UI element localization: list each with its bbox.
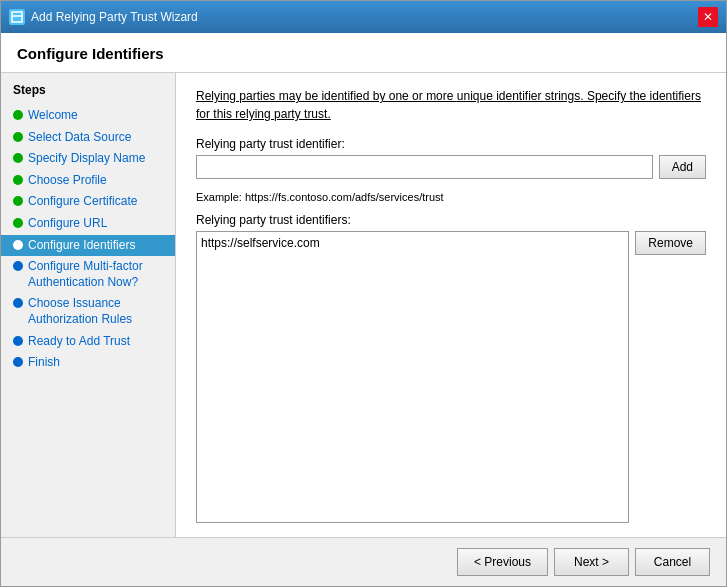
sidebar-item-label-specify-display-name: Specify Display Name [28, 151, 145, 167]
add-button[interactable]: Add [659, 155, 706, 179]
identifiers-area-row: https://selfservice.com Remove [196, 231, 706, 523]
next-button[interactable]: Next > [554, 548, 629, 576]
window-title: Add Relying Party Trust Wizard [31, 10, 198, 24]
remove-button[interactable]: Remove [635, 231, 706, 255]
step-dot-configure-certificate [13, 196, 23, 206]
intro-text-part1: Relying parties may be identified by one… [196, 89, 457, 103]
footer: < Previous Next > Cancel [1, 537, 726, 586]
title-bar-left: Add Relying Party Trust Wizard [9, 9, 198, 25]
step-dot-select-data-source [13, 132, 23, 142]
page-heading: Configure Identifiers [17, 45, 710, 62]
wizard-window: Add Relying Party Trust Wizard ✕ Configu… [0, 0, 727, 587]
identifiers-list: https://selfservice.com [196, 231, 629, 523]
svg-rect-0 [12, 12, 22, 22]
sidebar-item-configure-url[interactable]: Configure URL [1, 213, 175, 235]
sidebar-item-configure-identifiers[interactable]: Configure Identifiers [1, 235, 175, 257]
title-bar: Add Relying Party Trust Wizard ✕ [1, 1, 726, 33]
app-icon [9, 9, 25, 25]
steps-label: Steps [1, 83, 175, 105]
sidebar-item-configure-multifactor[interactable]: Configure Multi-factor Authentication No… [1, 256, 175, 293]
sidebar-item-label-ready-to-add: Ready to Add Trust [28, 334, 130, 350]
identifiers-label: Relying party trust identifiers: [196, 213, 706, 227]
content-area: Steps Welcome Select Data Source Specify… [1, 73, 726, 537]
sidebar-item-select-data-source[interactable]: Select Data Source [1, 127, 175, 149]
previous-button[interactable]: < Previous [457, 548, 548, 576]
identifiers-value: https://selfservice.com [201, 236, 320, 250]
sidebar-item-label-configure-certificate: Configure Certificate [28, 194, 137, 210]
sidebar-item-ready-to-add[interactable]: Ready to Add Trust [1, 331, 175, 353]
step-dot-specify-display-name [13, 153, 23, 163]
sidebar-item-finish[interactable]: Finish [1, 352, 175, 374]
identifier-input-section: Relying party trust identifier: Add [196, 137, 706, 179]
step-dot-finish [13, 357, 23, 367]
identifier-input-row: Add [196, 155, 706, 179]
sidebar-item-choose-issuance[interactable]: Choose Issuance Authorization Rules [1, 293, 175, 330]
step-dot-configure-multifactor [13, 261, 23, 271]
step-dot-choose-profile [13, 175, 23, 185]
main-panel: Relying parties may be identified by one… [176, 73, 726, 537]
sidebar-item-configure-certificate[interactable]: Configure Certificate [1, 191, 175, 213]
step-dot-ready-to-add [13, 336, 23, 346]
identifier-input[interactable] [196, 155, 653, 179]
intro-text: Relying parties may be identified by one… [196, 87, 706, 123]
sidebar-item-label-choose-profile: Choose Profile [28, 173, 107, 189]
intro-text-underline: unique identifier strings [457, 89, 580, 103]
example-text: Example: https://fs.contoso.com/adfs/ser… [196, 191, 706, 203]
cancel-button[interactable]: Cancel [635, 548, 710, 576]
sidebar-item-choose-profile[interactable]: Choose Profile [1, 170, 175, 192]
sidebar-item-label-finish: Finish [28, 355, 60, 371]
sidebar-item-label-configure-url: Configure URL [28, 216, 107, 232]
page-header: Configure Identifiers [1, 33, 726, 73]
sidebar-item-label-configure-identifiers: Configure Identifiers [28, 238, 135, 254]
identifier-label: Relying party trust identifier: [196, 137, 706, 151]
sidebar-item-label-choose-issuance: Choose Issuance Authorization Rules [28, 296, 163, 327]
sidebar-item-label-welcome: Welcome [28, 108, 78, 124]
step-dot-configure-identifiers [13, 240, 23, 250]
sidebar: Steps Welcome Select Data Source Specify… [1, 73, 176, 537]
sidebar-item-label-select-data-source: Select Data Source [28, 130, 131, 146]
step-dot-welcome [13, 110, 23, 120]
close-button[interactable]: ✕ [698, 7, 718, 27]
step-dot-configure-url [13, 218, 23, 228]
sidebar-item-welcome[interactable]: Welcome [1, 105, 175, 127]
sidebar-item-label-configure-multifactor: Configure Multi-factor Authentication No… [28, 259, 163, 290]
step-dot-choose-issuance [13, 298, 23, 308]
sidebar-item-specify-display-name[interactable]: Specify Display Name [1, 148, 175, 170]
